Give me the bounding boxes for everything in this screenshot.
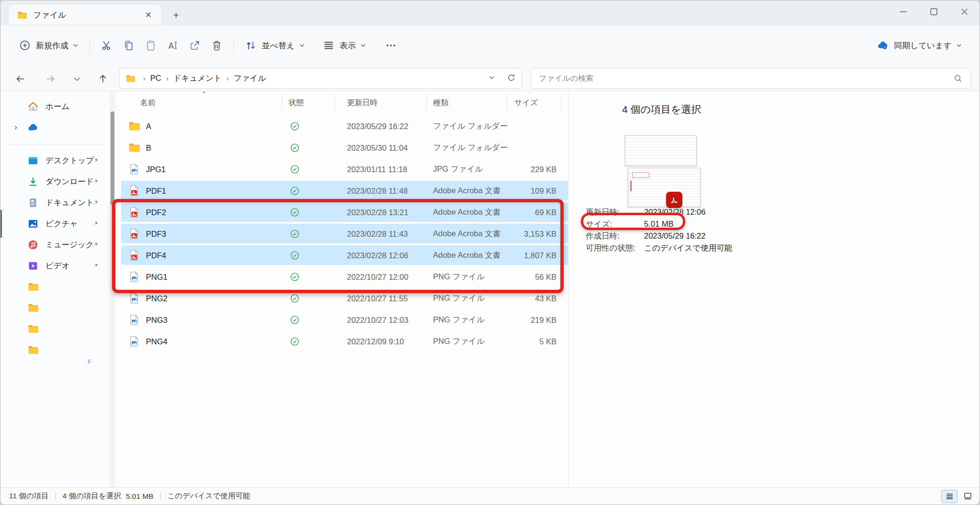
breadcrumb-item[interactable]: ファイル (232, 73, 268, 83)
column-header-type[interactable]: 種類 (433, 98, 448, 108)
column-divider[interactable] (334, 94, 335, 109)
sort-button[interactable]: 並べ替え (240, 34, 310, 57)
column-header-name[interactable]: 名前 (140, 98, 156, 108)
file-name: PDF2 (146, 208, 166, 217)
sidebar-item-home[interactable]: ホーム (3, 96, 107, 117)
rename-button[interactable] (162, 34, 184, 57)
sidebar-item-music[interactable]: ミュージック (3, 234, 107, 255)
search-input[interactable] (539, 74, 953, 83)
sidebar-item-folder[interactable] (3, 276, 107, 297)
pin-icon (91, 199, 99, 207)
copy-button[interactable] (118, 34, 140, 57)
content-area: ホームデスクトップダウンロードドキュメントピクチャミュージックビデオ F ⌃ 名… (0, 91, 980, 488)
table-row[interactable]: PDF12023/02/28 11:48Adobe Acroba 文書109 K… (121, 180, 568, 201)
file-rows: A2023/05/29 16:22ファイル フォルダーB2023/05/30 1… (121, 115, 568, 352)
sidebar-item-folder[interactable] (3, 297, 107, 318)
details-view-button[interactable] (941, 490, 958, 503)
recent-locations-button[interactable] (68, 70, 86, 88)
maximize-button[interactable] (918, 0, 949, 22)
new-tab-button[interactable]: + (169, 8, 183, 22)
new-button[interactable]: 新規作成 (14, 34, 84, 57)
sort-ascending-icon: ⌃ (201, 90, 207, 98)
navigation-bar: ›PC›ドキュメント›ファイル (0, 66, 980, 91)
table-row[interactable]: PDF22023/02/28 13:21Adobe Acroba 文書69 KB (121, 201, 568, 223)
modified-date: 2023/05/30 11:04 (347, 143, 408, 152)
address-dropdown-icon[interactable] (487, 73, 496, 84)
table-row[interactable]: B2023/05/30 11:04ファイル フォルダー (121, 137, 568, 158)
file-size: 69 KB (456, 208, 557, 217)
forward-button[interactable] (42, 70, 59, 88)
chevron-down-icon (299, 42, 305, 49)
breadcrumb-item[interactable]: PC (148, 73, 163, 83)
address-bar[interactable]: ›PC›ドキュメント›ファイル (119, 68, 522, 89)
back-button[interactable] (12, 70, 29, 88)
sidebar-item-label: ビデオ (45, 261, 70, 271)
toolbar-divider (89, 37, 90, 54)
search-box[interactable] (531, 68, 971, 89)
sidebar-item-folder[interactable] (3, 340, 107, 361)
tab-file[interactable]: ファイル ✕ (9, 5, 161, 25)
table-row[interactable]: PNG32022/10/27 12:03PNG ファイル219 KB (121, 309, 568, 330)
view-button[interactable]: 表示 (318, 34, 371, 57)
table-row[interactable]: PNG42022/12/09 9:10PNG ファイル5 KB (121, 330, 568, 352)
sync-status-icon (290, 229, 300, 239)
thumbnail-view-button[interactable] (959, 490, 976, 503)
breadcrumb-item[interactable]: ドキュメント (171, 73, 223, 83)
folder-icon (128, 142, 140, 154)
file-name: PNG4 (146, 337, 167, 346)
column-header-status[interactable]: 状態 (289, 98, 304, 108)
share-button[interactable] (184, 34, 206, 57)
sidebar-item-folder[interactable] (3, 318, 107, 340)
image-file-icon (128, 163, 140, 176)
file-size: 3,153 KB (456, 229, 557, 238)
sidebar-item-onedrive[interactable] (3, 117, 107, 138)
column-header-size[interactable]: サイズ (514, 98, 538, 108)
modified-date: 2023/02/28 11:43 (347, 229, 408, 238)
modified-date: 2023/01/11 11:18 (347, 165, 407, 174)
cut-button[interactable] (96, 34, 118, 57)
folder-icon (27, 323, 39, 335)
column-divider[interactable] (282, 94, 282, 109)
column-divider[interactable] (561, 94, 562, 109)
table-row[interactable]: PNG12022/10/27 12:00PNG ファイル56 KB (121, 266, 568, 287)
table-row[interactable]: PDF42023/02/28 12:06Adobe Acroba 文書1,807… (121, 244, 568, 266)
folder-icon (27, 344, 39, 356)
refresh-icon[interactable] (507, 73, 516, 84)
details-field: サイズ:5.01 MB (586, 218, 732, 230)
image-file-icon (128, 271, 140, 283)
up-button[interactable] (94, 70, 111, 88)
scrollbar-thumb[interactable] (111, 111, 114, 205)
clipboard-icon (145, 39, 157, 52)
details-field: 作成日時:2023/05/29 16:22 (586, 230, 732, 242)
column-header-modified[interactable]: 更新日時 (347, 98, 378, 108)
paste-button[interactable] (140, 34, 162, 57)
breadcrumb-separator: › (223, 74, 232, 82)
desktop-icon (27, 155, 39, 166)
sidebar-item-download[interactable]: ダウンロード (3, 171, 107, 192)
file-type: ファイル フォルダー (433, 121, 508, 132)
chevron-right-icon[interactable] (13, 125, 19, 131)
close-button[interactable] (949, 0, 980, 22)
field-label: 可用性の状態: (586, 243, 644, 253)
docfolder-icon (27, 197, 39, 209)
minimize-button[interactable] (888, 0, 918, 22)
file-name: PDF3 (146, 229, 166, 238)
column-divider[interactable] (507, 94, 507, 109)
table-row[interactable]: JPG12023/01/11 11:18JPG ファイル229 KB (121, 158, 568, 180)
table-row[interactable]: A2023/05/29 16:22ファイル フォルダー (121, 115, 568, 137)
breadcrumb-separator: › (163, 74, 171, 82)
sidebar-item-docfolder[interactable]: ドキュメント (3, 192, 107, 213)
sidebar-item-desktop[interactable]: デスクトップ (3, 150, 107, 171)
more-button[interactable] (380, 34, 402, 57)
sync-status-icon (290, 293, 300, 304)
file-list: ⌃ 名前 状態 更新日時 種類 サイズ A2023/05/29 16:22ファイ… (121, 91, 568, 488)
toolbar-divider (234, 37, 234, 54)
delete-button[interactable] (206, 34, 228, 57)
sidebar-item-video[interactable]: ビデオ (3, 255, 107, 276)
table-row[interactable]: PNG22022/10/27 11:55PNG ファイル43 KB (121, 287, 568, 309)
sidebar-item-pictures[interactable]: ピクチャ (3, 213, 107, 234)
table-row[interactable]: PDF32023/02/28 11:43Adobe Acroba 文書3,153… (121, 223, 568, 244)
onedrive-sync-button[interactable]: 同期しています (872, 34, 967, 57)
tab-close-icon[interactable]: ✕ (141, 8, 156, 22)
column-divider[interactable] (426, 94, 427, 109)
